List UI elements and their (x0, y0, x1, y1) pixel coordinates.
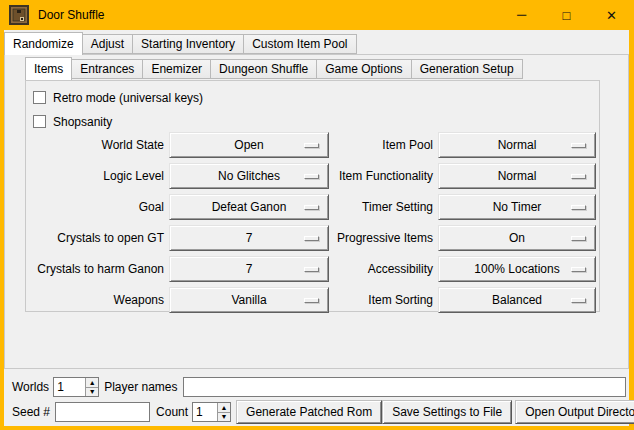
option-grid: World State Open Item Pool Normal Logic … (26, 132, 599, 313)
dropdown-indicator-icon (571, 236, 586, 241)
goal-dropdown[interactable]: Defeat Ganon (169, 194, 329, 220)
item-sorting-dropdown[interactable]: Balanced (438, 287, 596, 313)
sub-tab-bar: Items Entrances Enemizer Dungeon Shuffle… (25, 57, 522, 79)
crystals-ganon-label: Crystals to harm Ganon (26, 256, 164, 282)
generate-row: Seed # Count ▲ ▼ Generate Patched Rom Sa… (8, 400, 628, 424)
dropdown-indicator-icon (304, 174, 319, 179)
generate-patched-rom-button[interactable]: Generate Patched Rom (236, 400, 382, 424)
logic-level-dropdown[interactable]: No Glitches (169, 163, 329, 189)
worlds-input[interactable] (54, 378, 85, 396)
item-sorting-label: Item Sorting (329, 287, 433, 313)
spin-up-icon: ▲ (89, 379, 96, 386)
count-spin-up-button[interactable]: ▲ (217, 403, 230, 413)
worlds-spin-up-button[interactable]: ▲ (85, 378, 98, 388)
crystals-ganon-value: 7 (246, 262, 253, 276)
door-shuffle-window: { "window": { "title": "Door Shuffle", "… (0, 0, 634, 430)
logic-level-label: Logic Level (26, 163, 164, 189)
seed-label: Seed # (12, 405, 50, 419)
item-sorting-value: Balanced (492, 293, 542, 307)
count-input[interactable] (193, 403, 217, 421)
close-icon: ✕ (606, 8, 617, 23)
items-pane: Retro mode (universal keys) Shopsanity W… (25, 80, 600, 312)
window-controls: ─ □ ✕ (499, 0, 634, 30)
tab-game-options[interactable]: Game Options (316, 59, 411, 79)
maximize-icon: □ (563, 8, 571, 23)
dropdown-indicator-icon (571, 174, 586, 179)
dropdown-indicator-icon (304, 267, 319, 272)
dropdown-indicator-icon (304, 298, 319, 303)
item-functionality-label: Item Functionality (329, 163, 433, 189)
tab-randomize[interactable]: Randomize (4, 32, 83, 55)
client-area: Randomize Adjust Starting Inventory Cust… (4, 30, 629, 426)
crystals-ganon-dropdown[interactable]: 7 (169, 256, 329, 282)
item-pool-dropdown[interactable]: Normal (438, 132, 596, 158)
crystals-gt-dropdown[interactable]: 7 (169, 225, 329, 251)
tab-entrances[interactable]: Entrances (71, 59, 143, 79)
weapons-value: Vanilla (231, 293, 266, 307)
count-spinner: ▲ ▼ (192, 402, 231, 422)
dropdown-indicator-icon (571, 267, 586, 272)
tab-generation-setup[interactable]: Generation Setup (411, 59, 523, 79)
accessibility-label: Accessibility (329, 256, 433, 282)
item-functionality-dropdown[interactable]: Normal (438, 163, 596, 189)
tab-dungeon-shuffle[interactable]: Dungeon Shuffle (210, 59, 317, 79)
accessibility-value: 100% Locations (474, 262, 559, 276)
maximize-button[interactable]: □ (544, 0, 589, 30)
spin-down-icon: ▼ (89, 388, 96, 395)
app-door-icon (9, 5, 29, 25)
logic-level-value: No Glitches (218, 169, 280, 183)
accessibility-dropdown[interactable]: 100% Locations (438, 256, 596, 282)
seed-input[interactable] (55, 402, 150, 422)
tab-enemizer[interactable]: Enemizer (142, 59, 211, 79)
option-row-6: Weapons Vanilla Item Sorting Balanced (26, 287, 599, 313)
option-row-4: Crystals to open GT 7 Progressive Items … (26, 225, 599, 251)
spin-up-icon: ▲ (221, 404, 228, 411)
close-button[interactable]: ✕ (589, 0, 634, 30)
dropdown-indicator-icon (304, 236, 319, 241)
tab-starting-inventory[interactable]: Starting Inventory (132, 34, 244, 54)
worlds-spin-down-button[interactable]: ▼ (85, 388, 98, 397)
dropdown-indicator-icon (571, 298, 586, 303)
option-row-3: Goal Defeat Ganon Timer Setting No Timer (26, 194, 599, 220)
tab-custom-item-pool[interactable]: Custom Item Pool (243, 34, 356, 54)
option-row-1: World State Open Item Pool Normal (26, 132, 599, 158)
world-state-dropdown[interactable]: Open (169, 132, 329, 158)
timer-setting-dropdown[interactable]: No Timer (438, 194, 596, 220)
timer-setting-value: No Timer (493, 200, 542, 214)
item-functionality-value: Normal (498, 169, 537, 183)
worlds-label: Worlds (12, 380, 49, 394)
goal-label: Goal (26, 194, 164, 220)
crystals-gt-value: 7 (246, 231, 253, 245)
item-pool-label: Item Pool (329, 132, 433, 158)
player-names-label: Player names (104, 380, 177, 394)
weapons-label: Weapons (26, 287, 164, 313)
retro-mode-checkbox[interactable] (33, 91, 46, 104)
main-tab-bar: Randomize Adjust Starting Inventory Cust… (4, 32, 356, 54)
option-row-5: Crystals to harm Ganon 7 Accessibility 1… (26, 256, 599, 282)
shopsanity-checkbox[interactable] (33, 115, 46, 128)
player-names-input[interactable] (183, 377, 627, 397)
retro-mode-label: Retro mode (universal keys) (53, 91, 203, 105)
count-spin-buttons: ▲ ▼ (217, 403, 230, 421)
timer-setting-label: Timer Setting (329, 194, 433, 220)
progressive-items-value: On (509, 231, 525, 245)
tab-items[interactable]: Items (25, 57, 72, 80)
save-settings-button[interactable]: Save Settings to File (382, 400, 512, 424)
crystals-gt-label: Crystals to open GT (26, 225, 164, 251)
weapons-dropdown[interactable]: Vanilla (169, 287, 329, 313)
worlds-spin-buttons: ▲ ▼ (85, 378, 98, 396)
window-title: Door Shuffle (38, 8, 105, 22)
count-spin-down-button[interactable]: ▼ (217, 413, 230, 422)
progressive-items-dropdown[interactable]: On (438, 225, 596, 251)
minimize-button[interactable]: ─ (499, 0, 544, 30)
title-bar[interactable]: Door Shuffle ─ □ ✕ (0, 0, 634, 30)
goal-value: Defeat Ganon (212, 200, 287, 214)
shopsanity-row: Shopsanity (33, 113, 599, 130)
open-output-directory-button[interactable]: Open Output Directory (515, 400, 634, 424)
shopsanity-label: Shopsanity (53, 115, 112, 129)
tab-adjust[interactable]: Adjust (82, 34, 133, 54)
item-pool-value: Normal (498, 138, 537, 152)
spin-down-icon: ▼ (221, 413, 228, 420)
world-state-value: Open (234, 138, 263, 152)
retro-mode-row: Retro mode (universal keys) (33, 89, 599, 106)
